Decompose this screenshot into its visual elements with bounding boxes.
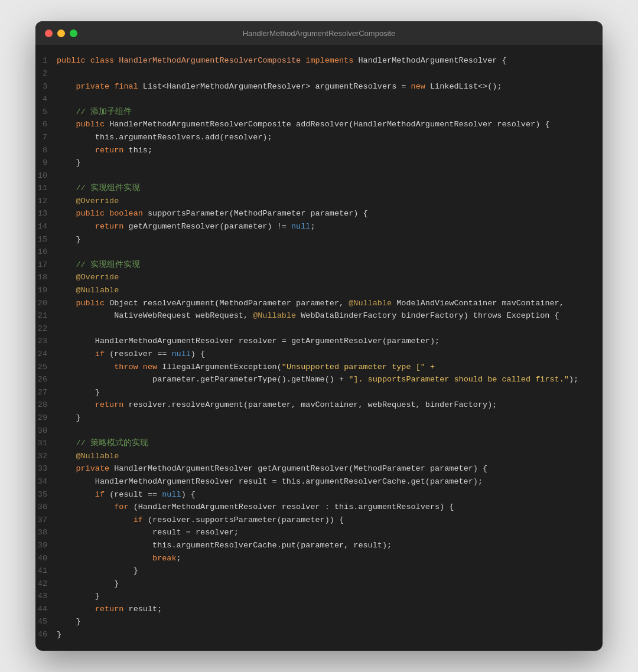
line-34: 34 HandlerMethodArgumentResolver result …: [35, 475, 603, 488]
line-17: 17 // 实现组件实现: [35, 259, 603, 272]
line-5: 5 // 添加子组件: [35, 106, 603, 119]
line-42: 42 }: [35, 578, 603, 591]
line-16: 16: [35, 246, 603, 259]
close-button[interactable]: [45, 30, 53, 37]
line-18: 18 @Override: [35, 271, 603, 284]
line-1: 1 public class HandlerMethodArgumentReso…: [35, 54, 603, 67]
line-2: 2: [35, 67, 603, 80]
minimize-button[interactable]: [57, 30, 65, 37]
line-41: 41 }: [35, 565, 603, 578]
line-6: 6 public HandlerMethodArgumentResolverCo…: [35, 118, 603, 131]
line-31: 31 // 策略模式的实现: [35, 437, 603, 450]
traffic-lights: [45, 30, 77, 37]
line-37: 37 if (resolver.supportsParameter(parame…: [35, 514, 603, 527]
line-13: 13 public boolean supportsParameter(Meth…: [35, 207, 603, 220]
line-22: 22: [35, 322, 603, 335]
line-40: 40 break;: [35, 552, 603, 565]
maximize-button[interactable]: [70, 30, 77, 37]
line-21: 21 NativeWebRequest webRequest, @Nullabl…: [35, 309, 603, 322]
line-19: 19 @Nullable: [35, 284, 603, 297]
code-window: HandlerMethodArgumentResolverComposite 1…: [35, 21, 603, 650]
line-20: 20 public Object resolveArgument(MethodP…: [35, 297, 603, 310]
line-10: 10: [35, 169, 603, 182]
line-9: 9 }: [35, 156, 603, 169]
titlebar: HandlerMethodArgumentResolverComposite: [35, 21, 603, 45]
code-editor: 1 public class HandlerMethodArgumentReso…: [35, 45, 603, 650]
line-46: 46 }: [35, 628, 603, 641]
window-title: HandlerMethodArgumentResolverComposite: [243, 29, 396, 38]
line-25: 25 throw new IllegalArgumentException("U…: [35, 361, 603, 374]
line-23: 23 HandlerMethodArgumentResolver resolve…: [35, 335, 603, 348]
line-39: 39 this.argumentResolverCache.put(parame…: [35, 539, 603, 552]
line-3: 3 private final List<HandlerMethodArgume…: [35, 80, 603, 93]
line-29: 29 }: [35, 412, 603, 425]
line-4: 4: [35, 93, 603, 106]
line-8: 8 return this;: [35, 144, 603, 157]
line-7: 7 this.argumentResolvers.add(resolver);: [35, 131, 603, 144]
line-15: 15 }: [35, 233, 603, 246]
line-36: 36 for (HandlerMethodArgumentResolver re…: [35, 501, 603, 514]
line-33: 33 private HandlerMethodArgumentResolver…: [35, 462, 603, 475]
line-45: 45 }: [35, 615, 603, 628]
line-30: 30: [35, 425, 603, 438]
line-28: 28 return resolver.resolveArgument(param…: [35, 399, 603, 412]
line-32: 32 @Nullable: [35, 450, 603, 463]
line-27: 27 }: [35, 386, 603, 399]
line-35: 35 if (result == null) {: [35, 488, 603, 501]
line-26: 26 parameter.getParameterType().getName(…: [35, 373, 603, 386]
line-43: 43 }: [35, 590, 603, 603]
line-12: 12 @Override: [35, 195, 603, 208]
line-44: 44 return result;: [35, 603, 603, 616]
line-14: 14 return getArgumentResolver(parameter)…: [35, 220, 603, 233]
line-11: 11 // 实现组件实现: [35, 182, 603, 195]
line-38: 38 result = resolver;: [35, 526, 603, 539]
line-24: 24 if (resolver == null) {: [35, 348, 603, 361]
